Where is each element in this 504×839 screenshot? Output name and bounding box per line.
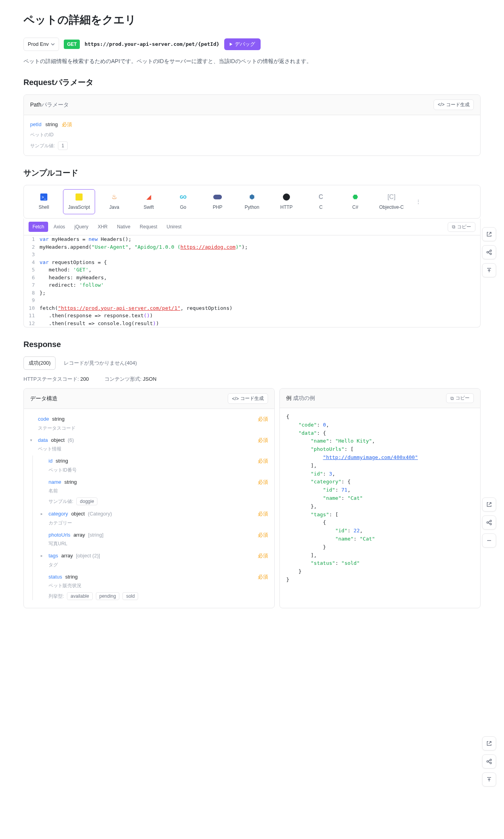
request-params-panel: Pathパラメータ </> コード生成 petId string 必須 ペットの… — [23, 94, 481, 156]
field-type: array — [74, 531, 85, 539]
param-sample: サンプル値: 1 — [30, 141, 474, 150]
sublang-fetch[interactable]: Fetch — [29, 222, 48, 232]
field-type: string — [56, 457, 68, 465]
floating-buttons-2 — [482, 497, 496, 548]
content-type-value: JSON — [143, 376, 157, 382]
field-desc: 名前 — [41, 487, 268, 494]
lang-tab-java[interactable]: ♨Java — [99, 190, 130, 214]
svg-point-4 — [490, 520, 491, 522]
example-heading: 例 成功の例 — [286, 394, 315, 402]
lang-label: Swift — [144, 204, 154, 211]
go-icon: GO — [179, 193, 187, 201]
copy-button[interactable]: ⧉コピー — [446, 393, 474, 403]
status-code-value: 200 — [80, 376, 89, 382]
lang-label: C — [319, 204, 323, 211]
lang-tab-swift[interactable]: ◢Swift — [133, 190, 164, 214]
copy-label: コピー — [457, 224, 471, 230]
code-block[interactable]: 1var myHeaders = new Headers(); 2myHeade… — [23, 235, 481, 327]
scroll-top-button[interactable] — [482, 263, 496, 277]
schema-row-photourls: photoUrlsarray[string] 必須 — [41, 530, 268, 541]
param-desc: ペットのID — [30, 131, 474, 138]
copy-button[interactable]: ⧉ コピー — [448, 222, 475, 232]
response-tabs: 成功(200) レコードが見つかりません(404) — [23, 356, 481, 370]
field-name: status — [49, 573, 62, 581]
sample-label: サンプル値: — [30, 142, 55, 149]
lang-tab-python[interactable]: ⬢Python — [237, 190, 267, 214]
lang-label: Shell — [39, 204, 49, 211]
svg-point-5 — [490, 523, 491, 525]
share-button[interactable] — [482, 245, 496, 259]
debug-button[interactable]: デバッグ — [224, 38, 261, 50]
field-desc: 写真URL — [41, 540, 268, 547]
required-badge: 必須 — [258, 415, 268, 423]
api-description: ペットの詳細情報を検索するためのAPIです。ペットのIDをサーバーに渡すと、当該… — [23, 57, 481, 65]
example-json: { "code": 0, "data": { "name": "Hello Ki… — [280, 408, 480, 589]
field-desc: ペット情報 — [30, 445, 268, 452]
field-count: (6) — [68, 436, 74, 444]
param-type: string — [45, 121, 58, 128]
example-suffix: 成功の例 — [293, 395, 315, 401]
svg-point-0 — [487, 251, 488, 253]
field-desc: ペットID番号 — [41, 467, 268, 474]
sublang-native[interactable]: Native — [113, 222, 134, 232]
lang-tab-objc[interactable]: [C]Objective-C — [374, 190, 409, 214]
sample-row: サンプル値: doggie — [41, 497, 268, 505]
env-label: Prod Env — [28, 40, 49, 48]
method-badge: GET — [64, 40, 80, 49]
schema-row-name: namestring 必須 — [41, 477, 268, 488]
collapse-button[interactable] — [482, 533, 496, 548]
field-type: string — [65, 573, 78, 581]
share-button[interactable] — [482, 515, 496, 530]
required-badge: 必須 — [258, 510, 268, 518]
more-icon[interactable]: ⋮ — [412, 198, 424, 206]
lang-tab-csharp[interactable]: ⬣C# — [340, 190, 371, 214]
field-desc: カテゴリー — [41, 519, 268, 526]
example-panel: 例 成功の例 ⧉コピー { "code": 0, "data": { "name… — [279, 388, 481, 608]
sample-value: 1 — [58, 141, 68, 150]
lang-tab-http[interactable]: HTTP — [271, 190, 302, 214]
schema-row-tags: ▸tagsarray[object (2)] 必須 — [41, 550, 268, 561]
field-type: object — [71, 510, 85, 518]
sublang-jquery[interactable]: jQuery — [70, 222, 92, 232]
codegen-button[interactable]: </>コード生成 — [228, 393, 268, 404]
chevron-right-icon[interactable]: ▸ — [41, 511, 45, 517]
chevron-right-icon[interactable]: ▸ — [41, 553, 45, 559]
env-selector[interactable]: Prod Env — [23, 38, 59, 51]
response-tab-200[interactable]: 成功(200) — [23, 356, 56, 370]
lang-tab-php[interactable]: PHP — [202, 190, 233, 214]
codegen-label: コード生成 — [446, 101, 470, 108]
lang-label: JavaScript — [68, 204, 90, 211]
lang-tab-c[interactable]: CC — [306, 190, 336, 214]
chevron-down-icon — [51, 42, 55, 46]
sublang-xhr[interactable]: XHR — [94, 222, 112, 232]
codegen-button[interactable]: </> コード生成 — [434, 99, 474, 110]
chevron-down-icon[interactable]: ▾ — [30, 437, 35, 443]
enum-label: 列挙型: — [49, 593, 64, 600]
sublang-tabs: Fetch Axios jQuery XHR Native Request Un… — [29, 222, 185, 232]
lang-tab-go[interactable]: GOGo — [168, 190, 198, 214]
status-line: HTTPステータスコード: 200 コンテンツ形式: JSON — [23, 375, 481, 383]
lang-label: Objective-C — [379, 204, 404, 211]
copy-icon: ⧉ — [452, 224, 455, 230]
schema-row-code: codestring 必須 — [30, 414, 268, 425]
external-link-button[interactable] — [482, 497, 496, 512]
external-link-button[interactable] — [482, 227, 496, 241]
required-badge: 必須 — [258, 531, 268, 539]
lang-tab-shell[interactable]: >_Shell — [29, 190, 59, 214]
debug-label: デバッグ — [235, 41, 255, 48]
sublang-axios[interactable]: Axios — [50, 222, 69, 232]
response-grid: データ構造 </>コード生成 codestring 必須 ステータスコード ▾d… — [23, 388, 481, 608]
objc-icon: [C] — [387, 193, 396, 201]
response-tab-404[interactable]: レコードが見つかりません(404) — [59, 356, 142, 370]
javascript-icon — [75, 193, 83, 201]
schema-row-data: ▾dataobject(6) 必須 — [30, 435, 268, 446]
lang-tab-javascript[interactable]: JavaScript — [63, 189, 95, 214]
content-type-label: コンテンツ形式: — [104, 376, 143, 382]
sublang-unirest[interactable]: Unirest — [163, 222, 185, 232]
play-icon — [230, 43, 232, 46]
field-desc: ステータスコード — [30, 425, 268, 432]
page-title: ペットの詳細をクエリ — [23, 12, 481, 28]
field-subtype: [object (2)] — [76, 552, 100, 560]
param-required: 必須 — [62, 121, 72, 128]
sublang-request[interactable]: Request — [136, 222, 161, 232]
